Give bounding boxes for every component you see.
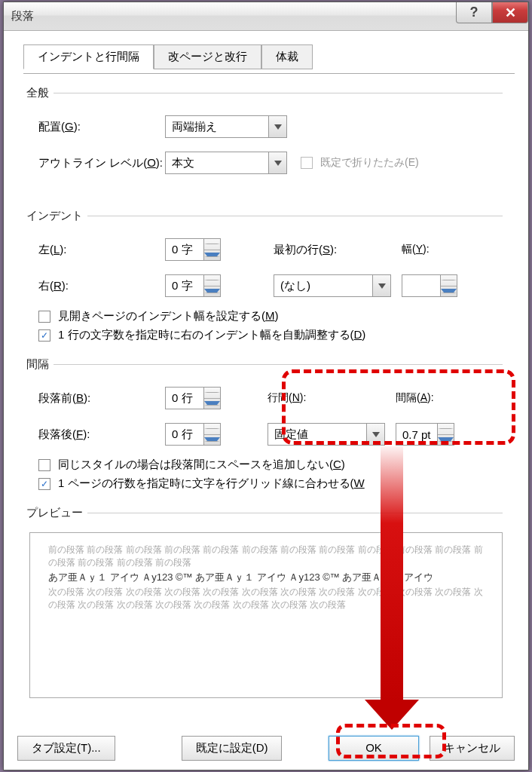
- checkbox-mirror-indents[interactable]: [38, 311, 50, 323]
- chevron-up-icon[interactable]: [204, 388, 220, 399]
- titlebar: 段落 ? ✕: [4, 2, 528, 31]
- label-at: 間隔(A):: [396, 391, 434, 405]
- chevron-up-icon[interactable]: [441, 275, 457, 286]
- chevron-down-icon[interactable]: [366, 424, 384, 445]
- label-indent-left: 左(L):: [38, 243, 165, 257]
- tab-indent-spacing[interactable]: インデントと行間隔: [23, 44, 154, 69]
- combo-outline-value: 本文: [166, 152, 268, 173]
- spinner-indent-right[interactable]: 0 字: [165, 274, 221, 297]
- chevron-down-icon[interactable]: [438, 435, 454, 446]
- checkbox-auto-adjust-right[interactable]: ✓: [38, 329, 50, 342]
- tabs-button[interactable]: タブ設定(T)...: [17, 736, 115, 761]
- chevron-down-icon[interactable]: [204, 399, 220, 409]
- spinner-indent-width-value: [402, 275, 440, 296]
- chevron-up-icon[interactable]: [204, 424, 220, 435]
- spinner-space-before[interactable]: 0 行: [165, 387, 221, 409]
- label-indent-right: 右(R):: [38, 279, 165, 293]
- spinner-indent-left-value: 0 字: [166, 239, 203, 260]
- spinner-at[interactable]: 0.7 pt: [396, 423, 454, 446]
- tab-page-breaks[interactable]: 改ページと改行: [154, 44, 261, 69]
- paragraph-dialog: 段落 ? ✕ インデントと行間隔 改ページと改行 体裁 全般 配置(G): 両端…: [3, 2, 529, 770]
- help-button[interactable]: ?: [456, 2, 492, 23]
- combo-line-spacing[interactable]: 固定値: [268, 423, 385, 446]
- label-indent-width: 幅(Y):: [402, 243, 430, 256]
- chevron-down-icon[interactable]: [268, 116, 286, 137]
- preview-sample: あア亜Ａｙ１ アイウ Ａy123 ©™ あア亜Ａｙ１ アイウ Ａy123 ©™ …: [48, 571, 484, 584]
- label-space-after: 段落後(F):: [38, 427, 165, 442]
- combo-line-spacing-value: 固定値: [268, 424, 366, 445]
- set-default-button[interactable]: 既定に設定(D): [182, 736, 283, 761]
- ok-button[interactable]: OK: [329, 736, 419, 761]
- legend-spacing: 間隔: [26, 357, 54, 372]
- combo-first-line[interactable]: (なし): [274, 274, 391, 297]
- tab-border: [23, 73, 515, 74]
- label-space-before: 段落前(B):: [38, 391, 165, 406]
- combo-alignment-value: 両端揃え: [166, 116, 268, 137]
- group-indent: インデント 左(L): 0 字 最初の行(S): 幅(Y): 右(R): 0 字: [29, 209, 503, 347]
- chevron-down-icon[interactable]: [268, 152, 286, 173]
- button-row: タブ設定(T)... 既定に設定(D) OK キャンセル: [4, 736, 528, 761]
- tab-typography[interactable]: 体裁: [261, 44, 313, 69]
- label-outline-level: アウトライン レベル(O):: [38, 156, 165, 170]
- checkbox-snap-grid[interactable]: ✓: [38, 478, 50, 490]
- chevron-up-icon[interactable]: [438, 424, 454, 435]
- legend-indent: インデント: [26, 209, 87, 223]
- cancel-button[interactable]: キャンセル: [430, 736, 515, 761]
- spinner-space-before-value: 0 行: [166, 388, 203, 409]
- spinner-indent-left[interactable]: 0 字: [165, 238, 221, 261]
- label-mirror-indents: 見開きページのインデント幅を設定する(M): [58, 309, 279, 323]
- chevron-up-icon[interactable]: [204, 275, 220, 286]
- tabbar: インデントと行間隔 改ページと改行 体裁: [23, 44, 528, 69]
- label-snap-grid: 1 ページの行数を指定時に文字を行グリッド線に合わせる(W: [58, 476, 365, 491]
- checkbox-collapse: [301, 157, 313, 169]
- spinner-space-after-value: 0 行: [166, 424, 203, 445]
- combo-alignment[interactable]: 両端揃え: [165, 115, 287, 138]
- chevron-down-icon[interactable]: [441, 286, 457, 297]
- preview-box: 前の段落 前の段落 前の段落 前の段落 前の段落 前の段落 前の段落 前の段落 …: [29, 532, 503, 698]
- preview-before: 前の段落 前の段落 前の段落 前の段落 前の段落 前の段落 前の段落 前の段落 …: [48, 544, 484, 569]
- combo-outline-level[interactable]: 本文: [165, 152, 287, 174]
- chevron-down-icon[interactable]: [204, 435, 220, 446]
- label-collapse: 既定で折りたたみ(E): [320, 156, 419, 170]
- chevron-down-icon[interactable]: [372, 275, 390, 296]
- spinner-at-value: 0.7 pt: [396, 424, 437, 445]
- combo-first-line-value: (なし): [274, 275, 372, 296]
- chevron-down-icon[interactable]: [204, 250, 220, 261]
- legend-preview: プレビュー: [26, 506, 87, 520]
- group-preview: プレビュー 前の段落 前の段落 前の段落 前の段落 前の段落 前の段落 前の段落…: [29, 506, 503, 698]
- label-first-line: 最初の行(S):: [274, 243, 402, 257]
- label-alignment: 配置(G):: [38, 120, 165, 134]
- chevron-up-icon[interactable]: [204, 239, 220, 250]
- label-auto-adjust-right: 1 行の文字数を指定時に右のインデント幅を自動調整する(D): [58, 328, 365, 342]
- spinner-indent-right-value: 0 字: [166, 275, 203, 296]
- window-title: 段落: [11, 9, 34, 23]
- checkbox-no-space-same-style[interactable]: [38, 459, 50, 471]
- label-line-spacing: 行間(N):: [268, 391, 396, 405]
- label-no-space-same-style: 同じスタイルの場合は段落間にスペースを追加しない(C): [58, 458, 345, 472]
- preview-after: 次の段落 次の段落 次の段落 次の段落 次の段落 次の段落 次の段落 次の段落 …: [48, 586, 484, 611]
- close-button[interactable]: ✕: [492, 2, 528, 23]
- chevron-down-icon[interactable]: [204, 286, 220, 297]
- group-spacing: 間隔 段落前(B): 0 行 行間(N): 間隔(A): 段落後(F): 0 行: [29, 357, 503, 495]
- dialog-content: 全般 配置(G): 両端揃え アウトライン レベル(O): 本文 既定で折りたた…: [4, 69, 528, 698]
- legend-general: 全般: [26, 86, 54, 100]
- group-general: 全般 配置(G): 両端揃え アウトライン レベル(O): 本文 既定で折りたた…: [29, 86, 503, 186]
- spinner-indent-width[interactable]: [402, 274, 457, 297]
- spinner-space-after[interactable]: 0 行: [165, 423, 221, 446]
